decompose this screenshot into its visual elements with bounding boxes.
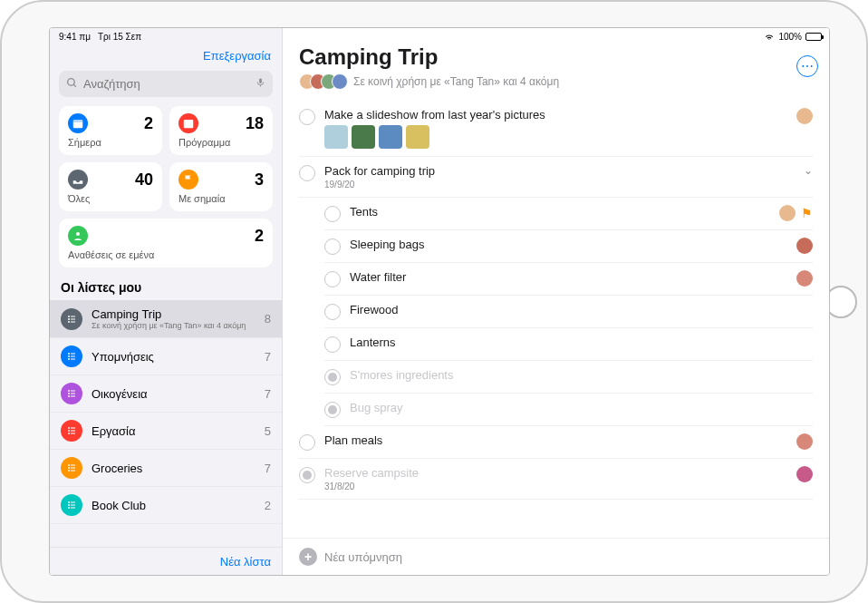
thumb[interactable]: [352, 125, 375, 149]
status-date: Τρι 15 Σεπ: [98, 32, 141, 42]
assignee-avatar: [796, 238, 813, 254]
smart-all[interactable]: 40 Όλες: [59, 162, 162, 211]
reminder-title: Make a slideshow from last year's pictur…: [324, 108, 787, 122]
complete-toggle[interactable]: [299, 109, 315, 125]
battery-percent: 100%: [778, 32, 802, 42]
status-time: 9:41 πμ: [59, 32, 91, 42]
complete-toggle[interactable]: [324, 336, 341, 353]
complete-toggle[interactable]: [324, 304, 341, 320]
shared-with-text: Σε κοινή χρήση με «Tang Tan» και 4 ακόμη: [353, 75, 559, 88]
list-count: 5: [265, 424, 271, 438]
thumb[interactable]: [324, 125, 348, 149]
smart-assigned[interactable]: 2 Αναθέσεις σε εμένα: [59, 219, 273, 267]
today-label: Σήμερα: [68, 137, 153, 148]
search-field[interactable]: [83, 77, 250, 91]
svg-rect-17: [71, 356, 75, 357]
svg-point-14: [68, 355, 70, 357]
reminder-title: S'mores ingredients: [350, 368, 804, 382]
list-row[interactable]: Book Club2: [50, 487, 282, 524]
mic-icon[interactable]: [256, 76, 265, 92]
reminders-list: Make a slideshow from last year's pictur…: [283, 97, 829, 538]
thumb[interactable]: [379, 125, 402, 149]
subtask-item[interactable]: Water filter: [324, 263, 813, 296]
assignee-avatar: [796, 433, 813, 450]
all-label: Όλες: [68, 193, 153, 204]
reminder-meta: [796, 108, 813, 124]
plus-circle-icon: +: [299, 548, 317, 566]
list-title: Camping Trip: [299, 44, 813, 70]
all-count: 40: [135, 170, 153, 190]
new-list-button[interactable]: Νέα λίστα: [220, 555, 271, 569]
calendar-day-icon: [68, 113, 88, 133]
svg-point-15: [68, 358, 70, 360]
list-row[interactable]: Camping TripΣε κοινή χρήση με «Tang Tan»…: [50, 300, 282, 338]
list-row[interactable]: Υπομνήσεις7: [50, 338, 282, 375]
reminder-item[interactable]: Plan meals: [299, 426, 813, 459]
list-count: 8: [265, 312, 271, 326]
shared-with-row[interactable]: Σε κοινή χρήση με «Tang Tan» και 4 ακόμη: [299, 73, 813, 90]
subtask-item[interactable]: Lanterns: [324, 328, 813, 361]
svg-point-25: [68, 427, 70, 429]
svg-rect-12: [71, 321, 75, 322]
smart-schedule[interactable]: 18 Πρόγραμμα: [169, 106, 273, 155]
assignee-avatar: [779, 205, 796, 221]
svg-rect-16: [71, 354, 75, 355]
search-input[interactable]: [59, 71, 273, 97]
subtask-item[interactable]: Bug spray: [324, 394, 813, 426]
reminder-item[interactable]: Reserve campsite31/8/20: [299, 459, 813, 500]
reminder-title: Tents: [350, 205, 770, 219]
subtask-item[interactable]: Tents⚑: [324, 198, 813, 230]
list-count: 7: [265, 462, 271, 475]
svg-rect-34: [71, 465, 75, 466]
subtask-item[interactable]: S'mores ingredients: [324, 361, 813, 394]
reminder-title: Pack for camping trip: [324, 164, 791, 178]
complete-toggle[interactable]: [299, 165, 315, 181]
complete-toggle[interactable]: [324, 271, 341, 287]
svg-rect-42: [71, 508, 75, 509]
list-icon: [61, 345, 82, 367]
complete-toggle[interactable]: [299, 434, 315, 451]
subtask-item[interactable]: Firewood: [324, 296, 813, 328]
complete-toggle[interactable]: [324, 402, 341, 418]
svg-point-27: [68, 433, 70, 434]
battery-icon: [805, 33, 822, 41]
svg-rect-23: [71, 394, 75, 394]
list-row[interactable]: Groceries7: [50, 450, 282, 487]
assignee-avatar: [796, 108, 813, 124]
edit-button[interactable]: Επεξεργασία: [203, 49, 271, 63]
svg-point-8: [68, 318, 70, 320]
svg-point-38: [68, 504, 70, 506]
svg-point-7: [68, 316, 70, 317]
chevron-down-icon[interactable]: ⌄: [804, 164, 813, 177]
list-row[interactable]: Οικογένεια7: [50, 375, 282, 413]
list-icon: [61, 494, 82, 516]
svg-rect-28: [71, 428, 75, 429]
list-sub: Σε κοινή χρήση με «Tang Tan» και 4 ακόμη: [92, 321, 256, 330]
more-button[interactable]: ⋯: [796, 55, 818, 77]
complete-toggle[interactable]: [324, 206, 341, 222]
reminder-meta: ⌄: [800, 164, 813, 177]
attachment-thumbs[interactable]: [324, 125, 787, 149]
reminder-item[interactable]: Pack for camping trip19/9/20⌄: [299, 157, 813, 198]
list-row[interactable]: Εργασία5: [50, 413, 282, 450]
list-name: Camping Trip: [92, 307, 256, 321]
flagged-count: 3: [255, 170, 264, 190]
subtask-item[interactable]: Sleeping bags: [324, 230, 813, 263]
lists: Camping TripΣε κοινή χρήση με «Tang Tan»…: [50, 300, 282, 547]
list-name: Εργασία: [92, 424, 256, 438]
complete-toggle[interactable]: [324, 369, 341, 385]
complete-toggle[interactable]: [299, 467, 315, 483]
thumb[interactable]: [406, 125, 429, 149]
reminder-item[interactable]: Make a slideshow from last year's pictur…: [299, 101, 813, 157]
svg-rect-24: [71, 396, 75, 397]
tray-icon: [68, 170, 88, 190]
smart-today[interactable]: 2 Σήμερα: [59, 106, 162, 155]
new-reminder-row[interactable]: + Νέα υπόμνηση: [283, 538, 829, 575]
smart-flagged[interactable]: 3 Με σημαία: [169, 162, 273, 211]
complete-toggle[interactable]: [324, 238, 341, 255]
svg-rect-11: [71, 318, 75, 319]
my-lists-header: Οι λίστες μου: [50, 267, 282, 300]
flag-icon: [178, 170, 198, 190]
sidebar: 9:41 πμ Τρι 15 Σεπ Επεξεργασία: [50, 28, 283, 575]
svg-rect-5: [184, 120, 194, 128]
